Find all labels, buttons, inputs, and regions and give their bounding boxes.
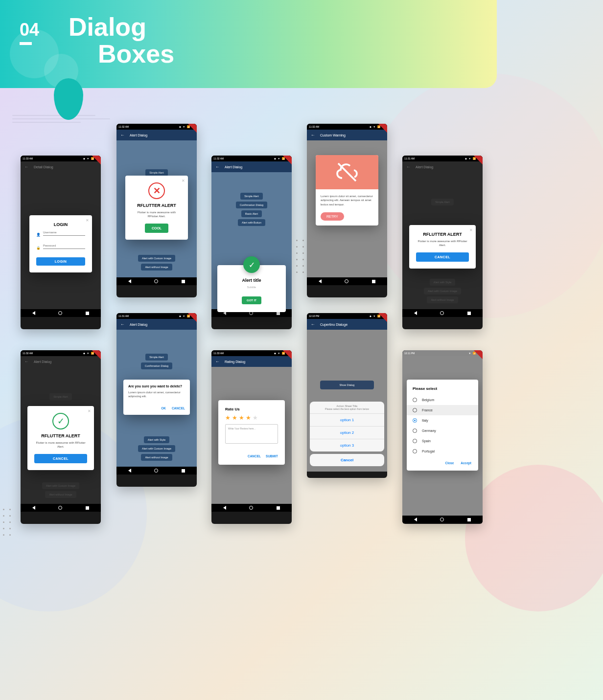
back-icon[interactable]: ←: [311, 133, 315, 137]
phone-rating: 11:33 AM◆ ▼ 📶 🔋 ←Rating Dialog Rate Us ★…: [211, 350, 292, 524]
star-icon[interactable]: ★: [239, 414, 244, 421]
sheet-title: Action Sheet Title Please select the bes…: [310, 402, 384, 413]
nav-recent-icon[interactable]: [277, 506, 280, 510]
dialog-title: Rate Us: [225, 407, 278, 411]
nav-recent-icon[interactable]: [372, 280, 375, 283]
back-icon[interactable]: ←: [311, 322, 315, 327]
login-button[interactable]: LOGIN: [36, 257, 85, 266]
password-input[interactable]: [43, 243, 85, 249]
bg-button[interactable]: Alert without Image: [45, 491, 76, 498]
warning-card: Lorem ipsum dolor sit amet, consectetur …: [316, 155, 378, 226]
bg-button[interactable]: Simple Alert: [431, 199, 453, 205]
review-textarea[interactable]: Write Your Review here...: [225, 424, 278, 444]
bg-button[interactable]: Alert without Image: [141, 454, 172, 461]
radio-option[interactable]: France: [407, 405, 478, 415]
bg-button[interactable]: Alert with Style: [430, 279, 455, 286]
nav-back-icon[interactable]: [319, 279, 322, 283]
nav-recent-icon[interactable]: [182, 280, 185, 283]
android-navbar: [116, 277, 197, 285]
radio-option[interactable]: Spain: [407, 436, 478, 446]
bg-button[interactable]: Confirmation Dialog: [141, 362, 172, 369]
appbar-title: Alert Dialog: [416, 165, 433, 169]
bg-button[interactable]: Alert without Image: [141, 264, 172, 271]
nav-back-icon[interactable]: [414, 311, 417, 315]
nav-back-icon[interactable]: [128, 469, 131, 473]
submit-button[interactable]: SUBMIT: [266, 454, 278, 458]
nav-back-icon[interactable]: [32, 311, 35, 315]
nav-recent-icon[interactable]: [467, 312, 471, 315]
back-icon[interactable]: ←: [24, 164, 29, 169]
nav-home-icon[interactable]: [440, 311, 444, 315]
bg-button[interactable]: Alert with Custom Image: [138, 255, 175, 262]
nav-recent-icon[interactable]: [86, 312, 89, 315]
back-icon[interactable]: ←: [215, 359, 220, 364]
back-icon[interactable]: ←: [24, 359, 29, 364]
nav-recent-icon[interactable]: [182, 469, 185, 473]
radio-option[interactable]: Belgium: [407, 395, 478, 405]
nav-home-icon[interactable]: [345, 279, 348, 283]
nav-home-icon[interactable]: [249, 506, 253, 510]
cancel-button[interactable]: CANCEL: [34, 454, 87, 463]
appbar: ←Alert Dialog: [116, 319, 197, 330]
sheet-cancel[interactable]: Cancel: [310, 454, 384, 466]
radio-option[interactable]: Germany: [407, 426, 478, 436]
close-icon[interactable]: ✕: [182, 179, 185, 183]
bg-button[interactable]: Alert with Custom Image: [138, 445, 175, 452]
nav-back-icon[interactable]: [128, 279, 131, 283]
gotit-button[interactable]: GOT IT: [242, 296, 261, 304]
back-icon[interactable]: ←: [215, 164, 220, 169]
retry-button[interactable]: RETRY: [321, 212, 344, 221]
android-navbar: [116, 467, 197, 474]
nav-recent-icon[interactable]: [86, 506, 89, 510]
radio-option[interactable]: Italy: [407, 415, 478, 426]
star-icon[interactable]: ★: [232, 414, 237, 421]
bg-button[interactable]: Alert without Image: [427, 296, 458, 303]
accept-button[interactable]: Accept: [461, 461, 471, 465]
bg-button[interactable]: Alert with Button: [238, 219, 265, 226]
bg-button[interactable]: Simple Alert: [240, 193, 262, 200]
nav-back-icon[interactable]: [223, 506, 226, 510]
star-icon[interactable]: ★: [246, 414, 251, 421]
bg-button[interactable]: Simple Alert: [145, 169, 167, 176]
nav-back-icon[interactable]: [32, 506, 35, 510]
bg-button[interactable]: Basic Alert: [241, 210, 262, 217]
bg-button[interactable]: Simple Alert: [145, 354, 167, 361]
nav-home-icon[interactable]: [58, 506, 62, 510]
cancel-button[interactable]: CANCEL: [416, 252, 469, 262]
back-icon[interactable]: ←: [406, 164, 411, 169]
radio-option[interactable]: Portugal: [407, 446, 478, 456]
bg-button[interactable]: Simple Alert: [49, 393, 71, 400]
show-dialog-button[interactable]: Show Dialog: [320, 381, 374, 389]
nav-home-icon[interactable]: [154, 279, 158, 283]
check-icon: ✓: [52, 413, 69, 429]
cancel-button[interactable]: CANCEL: [248, 454, 261, 458]
bg-button[interactable]: Alert with Custom Image: [42, 482, 79, 489]
statusbar: 12:11 PM▼ 📶 🔋: [402, 350, 483, 356]
nav-home-icon[interactable]: [440, 518, 444, 521]
close-icon[interactable]: ✕: [88, 409, 91, 413]
nav-home-icon[interactable]: [154, 469, 158, 473]
dialog-title: Alert title: [224, 278, 279, 283]
close-icon[interactable]: ✕: [86, 218, 89, 223]
back-icon[interactable]: ←: [120, 322, 125, 327]
username-input[interactable]: [43, 229, 85, 236]
cancel-button[interactable]: CANCEL: [172, 406, 185, 410]
star-icon[interactable]: ★: [253, 414, 258, 421]
bg-button[interactable]: Alert with Style: [144, 436, 169, 443]
ok-button[interactable]: OK: [161, 406, 166, 410]
star-rating[interactable]: ★ ★ ★ ★ ★: [225, 414, 278, 421]
back-icon[interactable]: ←: [120, 133, 125, 137]
close-icon[interactable]: ✕: [469, 228, 473, 232]
nav-home-icon[interactable]: [58, 311, 62, 315]
bg-button[interactable]: Alert with Custom Image: [424, 288, 461, 294]
close-button[interactable]: Close: [445, 461, 454, 465]
cool-button[interactable]: COOL: [145, 224, 168, 233]
bg-button[interactable]: Confirmation Dialog: [236, 202, 267, 208]
nav-recent-icon[interactable]: [467, 518, 471, 521]
sheet-option[interactable]: option 2: [310, 426, 384, 439]
sheet-option[interactable]: option 1: [310, 413, 384, 426]
radio-icon: [413, 398, 417, 402]
sheet-option[interactable]: option 3: [310, 439, 384, 452]
nav-back-icon[interactable]: [414, 518, 417, 521]
star-icon[interactable]: ★: [225, 414, 231, 421]
